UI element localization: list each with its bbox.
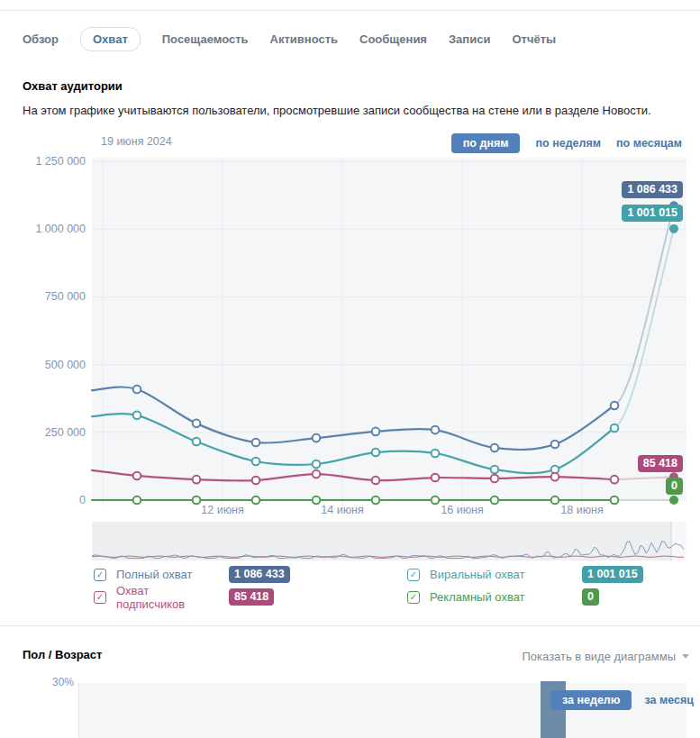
tooltip-subscribers-reach: 85 418 [638,455,683,472]
svg-text:16 июня: 16 июня [441,504,483,516]
legend-column-right: ✓ Виральный охват 1 001 015 ✓ Рекламный … [407,567,643,605]
svg-text:14 июня: 14 июня [321,504,363,516]
svg-text:500 000: 500 000 [45,359,86,371]
legend-item-ad-reach[interactable]: ✓ Рекламный охват 0 [407,589,643,605]
community-stats-page: Обзор Охват Посещаемость Активность Сооб… [0,0,700,738]
tab-overview[interactable]: Обзор [23,32,59,46]
top-divider [0,10,700,11]
svg-text:250 000: 250 000 [45,426,86,439]
chevron-down-icon [682,654,689,659]
svg-text:750 000: 750 000 [45,290,86,303]
tabs-bar: Обзор Охват Посещаемость Активность Сооб… [23,27,556,51]
tab-reports[interactable]: Отчёты [512,32,556,46]
legend-value-viral-reach: 1 001 015 [582,566,643,583]
reach-chart: 0250 000500 000750 0001 000 0001 250 000… [0,155,700,562]
show-as-diagram-link[interactable]: Показать в виде диаграммы [523,650,690,663]
legend-label-ad-reach: Рекламный охват [430,590,572,604]
tab-activity[interactable]: Активность [270,32,338,46]
svg-text:1 000 000: 1 000 000 [35,223,86,235]
svg-text:18 июня: 18 июня [560,504,603,516]
tab-reach[interactable]: Охват [80,27,141,51]
legend-column-left: ✓ Полный охват 1 086 433 ✓ Охват подписч… [94,567,407,605]
legend-item-viral-reach[interactable]: ✓ Виральный охват 1 001 015 [407,567,643,582]
tab-posts[interactable]: Записи [449,32,490,46]
tab-visits[interactable]: Посещаемость [162,32,249,46]
granularity-toggle: по дням по неделям по месяцам [451,133,682,153]
legend-item-full-reach[interactable]: ✓ Полный охват 1 086 433 [94,567,407,582]
svg-text:1 250 000: 1 250 000 [35,155,86,168]
series-final-point-1 [669,224,678,233]
series-final-point-3 [669,496,678,505]
legend-value-ad-reach: 0 [582,588,599,606]
gender-age-period-toggle: за неделю за месяц [550,690,694,710]
legend-label-subscribers-reach: Охват подписчиков [116,584,219,611]
gender-age-ytick: 30% [52,676,74,688]
chart-legend: ✓ Полный охват 1 086 433 ✓ Охват подписч… [94,567,643,605]
checkbox-ad-reach[interactable]: ✓ [407,591,420,604]
tooltip-viral-reach: 1 001 015 [622,205,683,222]
period-week-button[interactable]: за неделю [550,690,632,710]
granularity-by-days-button[interactable]: по дням [451,133,521,153]
legend-value-full-reach: 1 086 433 [229,566,290,583]
legend-item-subscribers-reach[interactable]: ✓ Охват подписчиков 85 418 [94,589,407,605]
svg-text:12 июня: 12 июня [201,504,243,516]
tab-messages[interactable]: Сообщения [359,32,427,46]
period-month-button[interactable]: за месяц [644,694,693,706]
chart-date-label: 19 июня 2024 [101,135,172,148]
svg-text:0: 0 [79,494,86,506]
granularity-by-months-button[interactable]: по месяцам [616,137,682,150]
reach-section-title: Охват аудитории [23,79,123,93]
tooltip-ad-reach: 0 [666,478,683,495]
legend-label-viral-reach: Виральный охват [430,568,572,581]
reach-description: На этом графике учитываются пользователи… [23,104,651,117]
checkbox-viral-reach[interactable]: ✓ [407,569,420,581]
tooltip-full-reach: 1 086 433 [622,181,683,198]
gender-age-title: Пол / Возраст [23,648,102,661]
checkbox-subscribers-reach[interactable]: ✓ [94,591,106,604]
section-divider [0,625,700,626]
granularity-by-weeks-button[interactable]: по неделям [535,137,601,150]
reach-chart-svg[interactable]: 0250 000500 000750 0001 000 0001 250 000… [0,155,700,562]
show-as-diagram-label: Показать в виде диаграммы [523,650,677,663]
checkbox-full-reach[interactable]: ✓ [94,569,106,581]
legend-label-full-reach: Полный охват [116,568,219,581]
legend-value-subscribers-reach: 85 418 [229,588,274,606]
